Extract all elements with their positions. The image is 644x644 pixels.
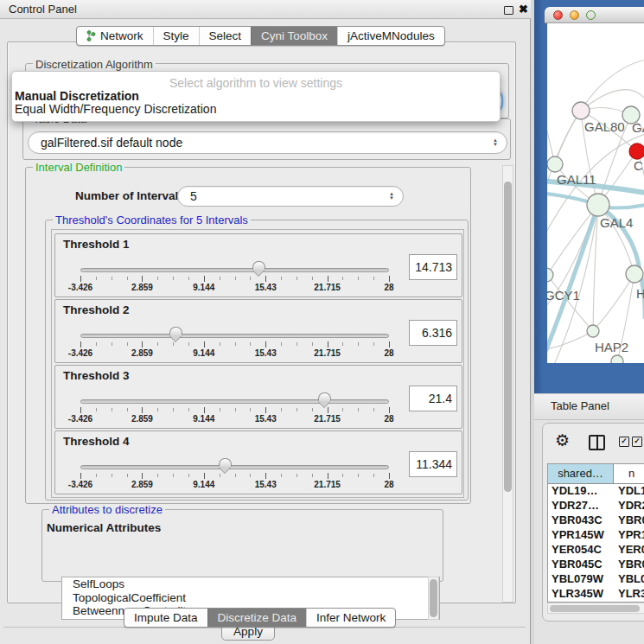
network-node-h[interactable] [626,265,643,283]
tab-label: Impute Data [134,609,198,627]
content-scrollbar-thumb[interactable] [504,182,512,492]
network-node-gal11[interactable] [547,156,563,172]
attribute-item[interactable]: SelfLoops [62,577,439,591]
table-settings-gear-icon[interactable]: ⚙ [555,432,570,449]
popup-option-equal-width-frequency[interactable]: Equal Width/Frequency Discretization [15,102,216,116]
cell-name[interactable]: YBR0 [614,513,644,528]
threshold-label: Threshold 1 [63,238,130,251]
slider-ticks [80,473,389,480]
cell-name[interactable]: YBL0 [614,572,644,587]
threshold-value-field[interactable]: 11.344 [409,451,457,477]
tab-label: Select [209,27,242,45]
maximize-icon[interactable] [504,6,513,15]
cell-name[interactable]: YBR0 [614,558,644,572]
network-window-titlebar[interactable] [545,7,644,23]
cell-shared-name[interactable]: YBL079W [548,572,614,587]
slider-ticks [80,407,389,414]
cell-shared-name[interactable]: YLR345W [548,587,614,602]
table-row[interactable]: YLR345WYLR3 [548,587,644,602]
threshold-value-field[interactable]: 14.713 [409,254,457,280]
slider-thumb[interactable] [318,392,331,407]
network-node[interactable] [611,355,623,363]
tab-discretize-data[interactable]: Discretize Data [207,609,307,627]
tab-label: Discretize Data [218,609,297,627]
tab-label: Cyni Toolbox [261,27,328,45]
table-row[interactable]: YBR043CYBR0 [548,513,644,528]
number-of-intervals-label: Number of Intervals [75,189,185,202]
slider-track[interactable] [80,399,389,404]
zoom-traffic-light-icon[interactable] [586,10,596,20]
slider-track[interactable] [80,465,389,469]
table-horizontal-scrollbar[interactable] [547,603,644,614]
tab-infer-network[interactable]: Infer Network [306,609,395,627]
app-root: Control Panel ✖ NetworkStyleSelectCyni T… [0,0,644,644]
table-data-combobox[interactable]: galFiltered.sif default node ▲▼ [28,131,507,154]
tab-select[interactable]: Select [199,27,252,45]
network-node-gcy1[interactable] [547,268,553,282]
cell-shared-name[interactable]: YDR27… [548,499,614,513]
control-panel-window: Control Panel ✖ NetworkStyleSelectCyni T… [0,0,531,644]
slider-thumb[interactable] [219,458,232,473]
network-graph: GAL80GACGAL11GAL4GCY1HHAP2 [547,23,644,363]
content-scrollbar[interactable] [502,165,513,603]
attributes-group: Attributes to discretize Numerical Attri… [41,509,443,582]
cell-shared-name[interactable]: YBR043C [548,513,614,528]
table-row[interactable]: YPR145WYPR1 [548,528,644,543]
tab-cyni-toolbox[interactable]: Cyni Toolbox [251,27,337,45]
cell-shared-name[interactable]: YER054C [548,543,614,558]
node-table[interactable]: shared… n YDL19…YDL1YDR27…YDR2YBR043CYBR… [547,463,644,603]
combo-stepper-icon[interactable]: ▲▼ [389,192,394,201]
network-node-c[interactable] [629,143,644,159]
interval-definition-label: Interval Definition [33,162,124,173]
cell-name[interactable]: YDL1 [614,484,644,499]
slider-track[interactable] [80,268,389,272]
table-hscrollbar-thumb[interactable] [550,605,640,612]
network-edge[interactable] [593,274,634,331]
table-row[interactable]: YDR27…YDR2 [548,499,644,513]
tab-jactivemnodules[interactable]: jActiveMNodules [337,27,444,45]
threshold-value-field[interactable]: 6.316 [409,320,457,346]
threshold-panel-2: Threshold 2-3.4262.8599.14415.4321.71528… [54,299,462,363]
attributes-list-scrollbar[interactable] [428,577,439,620]
cell-name[interactable]: YLR3 [614,587,644,602]
table-row[interactable]: YBL079WYBL0 [548,572,644,587]
tab-style[interactable]: Style [153,27,199,45]
threshold-value-field[interactable]: 21.4 [409,386,457,411]
tab-impute-data[interactable]: Impute Data [124,609,207,627]
slider-track[interactable] [80,334,389,338]
slider-thumb[interactable] [169,327,182,341]
cell-name[interactable]: YER0 [614,543,644,558]
interval-definition-group: Interval Definition Number of Intervals … [25,167,471,504]
cell-shared-name[interactable]: YDL19… [548,484,614,499]
network-node-hap2[interactable] [587,325,599,337]
network-node-gal4[interactable] [587,194,609,216]
table-data-value: galFiltered.sif default node [41,136,182,150]
column-header-name[interactable]: n [614,464,644,483]
number-of-intervals-combobox[interactable]: 5 ▲▼ [177,186,404,207]
attributes-scrollbar-thumb[interactable] [430,579,437,617]
split-view-icon[interactable] [589,435,605,450]
cyni-toolbox-content: Discretization Algorithm ▲▼ Table Data g… [7,41,516,603]
mode-tabs: Impute DataDiscretize DataInfer Network [124,608,396,628]
table-row[interactable]: YBR045CYBR0 [548,558,644,572]
table-row[interactable]: YDL19…YDL1 [548,484,644,499]
tab-label: Infer Network [316,609,386,627]
close-traffic-light-icon[interactable] [553,10,563,20]
column-header-shared-name[interactable]: shared… [548,464,614,483]
close-icon[interactable]: ✖ [519,3,528,16]
slider-thumb[interactable] [252,261,265,276]
popup-option-manual-discretization[interactable]: Manual Discretization [15,89,139,103]
cell-name[interactable]: YPR1 [614,528,644,543]
attribute-item[interactable]: TopologicalCoefficient [62,591,439,605]
minimize-traffic-light-icon[interactable] [570,10,579,20]
network-canvas[interactable]: GAL80GACGAL11GAL4GCY1HHAP2 [547,23,644,363]
cell-name[interactable]: YDR2 [614,499,644,513]
checkbox-icon[interactable]: ✓ [619,437,629,447]
tab-network[interactable]: Network [77,27,153,45]
network-node-gal80[interactable] [572,102,590,119]
combo-stepper-icon[interactable]: ▲▼ [493,138,498,147]
table-row[interactable]: YER054CYER0 [548,543,644,558]
checkbox-icon[interactable]: ✓ [632,437,642,447]
cell-shared-name[interactable]: YBR045C [548,558,614,572]
cell-shared-name[interactable]: YPR145W [548,528,614,543]
